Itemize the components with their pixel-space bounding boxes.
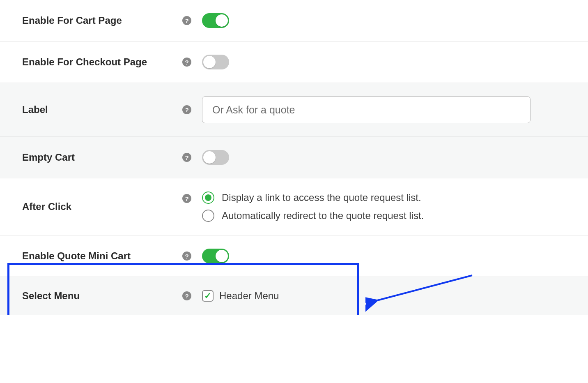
help-icon[interactable]: ? (182, 251, 191, 261)
label-label: Label (22, 104, 182, 115)
row-empty-cart: Empty Cart ? (0, 137, 588, 178)
input-label[interactable] (202, 96, 531, 123)
row-select-menu: Select Menu ? Header Menu (0, 277, 588, 315)
label-enable-checkout: Enable For Checkout Page (22, 56, 182, 68)
label-after-click: After Click (22, 201, 182, 212)
toggle-enable-mini-cart[interactable] (202, 249, 229, 263)
help-icon[interactable]: ? (182, 153, 191, 162)
label-empty-cart: Empty Cart (22, 152, 182, 163)
help-icon[interactable]: ? (182, 16, 191, 25)
help-icon[interactable]: ? (182, 291, 191, 300)
label-select-menu: Select Menu (22, 290, 182, 302)
checkbox-header-menu[interactable] (202, 290, 214, 302)
row-enable-mini-cart: Enable Quote Mini Cart ? (0, 235, 588, 277)
radio-label: Display a link to access the quote reque… (222, 192, 421, 203)
radio-icon (202, 210, 214, 222)
row-label: Label ? (0, 83, 588, 137)
help-icon[interactable]: ? (182, 194, 191, 203)
radio-label: Automatically redirect to the quote requ… (222, 210, 424, 221)
toggle-enable-checkout[interactable] (202, 55, 229, 69)
row-enable-cart: Enable For Cart Page ? (0, 0, 588, 42)
row-after-click: After Click ? Display a link to access t… (0, 178, 588, 235)
label-enable-mini-cart: Enable Quote Mini Cart (22, 250, 182, 262)
toggle-empty-cart[interactable] (202, 150, 229, 165)
radio-option-display-link[interactable]: Display a link to access the quote reque… (202, 192, 424, 204)
toggle-enable-cart[interactable] (202, 13, 229, 28)
help-icon[interactable]: ? (182, 105, 191, 114)
help-icon[interactable]: ? (182, 58, 191, 67)
radio-option-auto-redirect[interactable]: Automatically redirect to the quote requ… (202, 210, 424, 222)
checkbox-label: Header Menu (219, 290, 279, 302)
radio-icon (202, 192, 214, 204)
row-enable-checkout: Enable For Checkout Page ? (0, 42, 588, 83)
label-enable-cart: Enable For Cart Page (22, 15, 182, 26)
